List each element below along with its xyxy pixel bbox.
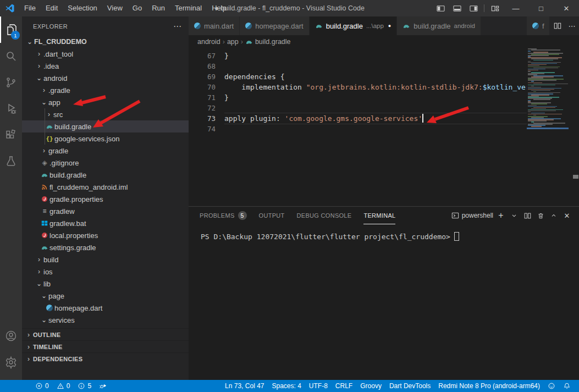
vertical-scrollbar[interactable] <box>572 48 579 206</box>
section-dependencies[interactable]: ›DEPENDENCIES <box>22 352 189 365</box>
menu-file[interactable]: File <box>19 0 41 16</box>
terminal-output[interactable]: PS D:\Backup 12072021\flutter\flutter pr… <box>189 224 579 241</box>
maximize-panel-icon[interactable] <box>547 212 560 219</box>
status-crlf[interactable]: CRLF <box>332 380 356 392</box>
status-groovy[interactable]: Groovy <box>356 380 385 392</box>
panel-tab-debug-console[interactable]: DEBUG CONSOLE <box>297 207 352 224</box>
tree-item-build[interactable]: ›build <box>22 253 189 266</box>
tree-item-build-gradle[interactable]: build.gradle <box>22 169 189 181</box>
status-error-icon <box>35 382 43 390</box>
tree-item-services[interactable]: ⌄services <box>22 314 189 326</box>
status-ln-73-col-47[interactable]: Ln 73, Col 47 <box>221 380 268 392</box>
breadcrumb-item-android[interactable]: android <box>197 38 220 46</box>
menu-edit[interactable]: Edit <box>41 0 63 16</box>
tree-item-local-properties[interactable]: local.properties <box>22 229 189 241</box>
shell-picker[interactable]: powershell <box>451 212 493 219</box>
editor-tab-build-gradle[interactable]: build.gradleandroid <box>397 16 481 35</box>
tree-item-label: lib <box>43 280 51 288</box>
dirty-indicator-icon: ● <box>388 23 391 29</box>
panel-tab-terminal[interactable]: TERMINAL <box>363 207 395 224</box>
maximize-button[interactable]: □ <box>528 0 554 16</box>
status-dart-devtools[interactable]: Dart DevTools <box>385 380 434 392</box>
tree-item-fl-cruddemo-android-iml[interactable]: fl_cruddemo_android.iml <box>22 181 189 193</box>
activity-search-icon[interactable] <box>0 43 22 69</box>
activity-run-debug-icon[interactable] <box>0 96 22 122</box>
tree-item-settings-gradle[interactable]: settings.gradle <box>22 241 189 253</box>
terminal-dropdown-icon[interactable] <box>508 212 521 219</box>
tree-item-gradlew-bat[interactable]: gradlew.bat <box>22 217 189 229</box>
tree-item-gitignore[interactable]: ◈.gitignore <box>22 157 189 169</box>
tree-item-gradle[interactable]: ›gradle <box>22 145 189 157</box>
tree-item-fl-cruddemo[interactable]: ⌄FL_CRUDDEMO <box>22 36 189 48</box>
breadcrumb-item-build-gradle[interactable]: build.gradle <box>245 38 291 46</box>
activity-explorer-icon[interactable]: 1 <box>0 16 22 43</box>
status-info[interactable]: 5 <box>74 380 95 392</box>
editor-tab-main-dart[interactable]: main.dart <box>189 16 240 35</box>
panel-tab-output[interactable]: OUTPUT <box>259 207 285 224</box>
section-timeline[interactable]: ›TIMELINE <box>22 340 189 352</box>
customize-layout-icon[interactable] <box>487 0 503 16</box>
tree-item-android[interactable]: ⌄android <box>22 72 189 84</box>
tree-item-label: gradlew.bat <box>49 219 86 228</box>
tree-item-page[interactable]: ⌄page <box>22 290 189 302</box>
menu-terminal[interactable]: Terminal <box>170 0 207 16</box>
tree-item-build-gradle[interactable]: build.gradle <box>22 120 189 132</box>
tree-item-idea[interactable]: ›.idea <box>22 60 189 72</box>
split-terminal-icon[interactable] <box>521 212 534 219</box>
new-terminal-icon[interactable]: + <box>494 211 508 220</box>
kill-terminal-icon[interactable] <box>534 212 547 219</box>
close-panel-icon[interactable]: ✕ <box>560 212 574 220</box>
menu-go[interactable]: Go <box>128 0 147 16</box>
toggle-panel-icon[interactable] <box>449 0 465 16</box>
tree-item-label: page <box>48 292 64 300</box>
tree-item-gradle-properties[interactable]: gradle.properties <box>22 193 189 205</box>
activity-settings-icon[interactable] <box>0 349 22 376</box>
status-bell[interactable] <box>559 380 575 392</box>
editor-tab-f[interactable]: f <box>527 16 550 35</box>
split-editor-icon[interactable] <box>550 22 565 30</box>
section-outline[interactable]: ›OUTLINE <box>22 328 189 340</box>
status-warning[interactable]: 0 <box>53 380 74 392</box>
menu-view[interactable]: View <box>102 0 128 16</box>
file-icon <box>45 123 54 130</box>
code-editor[interactable]: 67}6869dependencies {70 implementation "… <box>189 48 579 206</box>
scrollbar-thumb[interactable] <box>573 175 578 179</box>
status-count: 0 <box>45 382 49 390</box>
tree-item-ios[interactable]: ›ios <box>22 266 189 278</box>
tree-item-lib[interactable]: ⌄lib <box>22 278 189 290</box>
status-feedback[interactable] <box>544 380 559 392</box>
activity-extensions-icon[interactable] <box>0 122 22 148</box>
explorer-more-actions-icon[interactable]: ⋯ <box>173 21 182 31</box>
editor-tab-partial[interactable]: f <box>527 16 550 35</box>
minimize-button[interactable]: — <box>503 0 528 16</box>
code-token: } <box>224 93 229 102</box>
more-actions-icon[interactable]: ⋯ <box>565 22 579 30</box>
tree-item-homepage-dart[interactable]: homepage.dart <box>22 302 189 314</box>
tree-item-dart-tool[interactable]: ›.dart_tool <box>22 48 189 60</box>
status-utf-8[interactable]: UTF-8 <box>305 380 332 392</box>
minimap[interactable] <box>527 48 571 206</box>
panel-tab-problems[interactable]: PROBLEMS5 <box>200 207 247 224</box>
tree-item-gradle[interactable]: ›.gradle <box>22 84 189 96</box>
tree-item-app[interactable]: ⌄app <box>22 96 189 108</box>
status-redmi-note-8-pro-android-arm64[interactable]: Redmi Note 8 Pro (android-arm64) <box>434 380 544 392</box>
tree-item-google-services-json[interactable]: {}google-services.json <box>22 132 189 145</box>
editor-tab-homepage-dart[interactable]: homepage.dart <box>240 16 309 35</box>
status-error[interactable]: 0 <box>31 380 53 392</box>
toggle-sidebar-right-icon[interactable] <box>465 0 482 16</box>
status-spaces-4[interactable]: Spaces: 4 <box>268 380 305 392</box>
toggle-sidebar-left-icon[interactable] <box>432 0 449 16</box>
status-label: Spaces: 4 <box>272 382 301 390</box>
activity-source-control-icon[interactable] <box>0 69 22 96</box>
close-button[interactable]: ✕ <box>554 0 579 16</box>
tree-item-src[interactable]: ›src <box>22 108 189 120</box>
tree-item-gradlew[interactable]: ≡gradlew <box>22 205 189 217</box>
editor-tab-build-gradle[interactable]: build.gradle...\app● <box>310 16 398 35</box>
menu-selection[interactable]: Selection <box>63 0 102 16</box>
breadcrumb-item-app[interactable]: app <box>227 38 239 46</box>
activity-testing-icon[interactable] <box>0 148 22 175</box>
menu-run[interactable]: Run <box>147 0 170 16</box>
activity-account-icon[interactable] <box>0 323 22 349</box>
status-debug-bug[interactable] <box>95 380 111 392</box>
iml-rss-icon <box>41 183 48 191</box>
